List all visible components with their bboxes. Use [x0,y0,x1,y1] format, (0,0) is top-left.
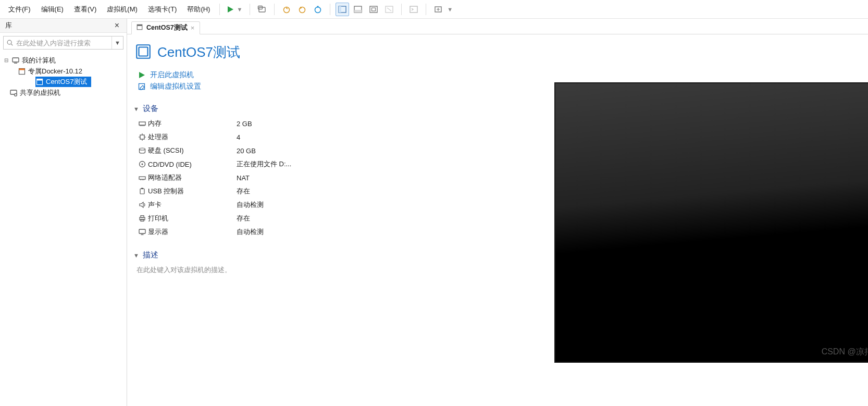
device-label: 显示器 [148,227,237,237]
tree-node-centos-selected[interactable]: CentOS7测试 [35,77,91,87]
layout-sidebar-icon[interactable] [336,3,349,16]
unity-icon[interactable] [382,3,396,16]
tab-centos[interactable]: CentOS7测试 × [131,21,200,34]
device-label: 硬盘 (SCSI) [148,146,237,155]
device-value: 自动检测 [237,227,264,237]
chevron-down-icon: ▼ [133,252,140,259]
close-icon[interactable]: × [113,21,121,30]
svg-marker-31 [139,72,145,78]
link-label: 编辑虚拟机设置 [150,82,201,91]
tab-bar: CentOS7测试 × [127,19,868,34]
menu-view[interactable]: 查看(V) [69,2,102,17]
device-network[interactable]: 网络适配器 NAT [137,171,420,184]
svg-rect-19 [13,58,19,62]
svg-rect-42 [141,216,144,218]
printer-icon [137,214,148,223]
section-header-description[interactable]: ▼ 描述 [133,250,420,260]
edit-settings-link[interactable]: 编辑虚拟机设置 [133,81,420,92]
collapse-icon[interactable]: ⊟ [3,57,9,63]
device-sound[interactable]: 声卡 自动检测 [137,198,420,212]
menu-separator [330,4,330,15]
display-icon [137,228,148,236]
svg-rect-33 [139,122,145,125]
device-label: CD/DVD (IDE) [148,161,237,168]
library-sidebar: 库 × ▼ ⊟ 我的计算机 专属Docker-10.12 [0,19,127,406]
disk-icon [137,146,148,155]
device-display[interactable]: 显示器 自动检测 [137,225,420,239]
menu-bar: 文件(F) 编辑(E) 查看(V) 虚拟机(M) 选项卡(T) 帮助(H) ▼ [0,0,868,19]
menu-vm[interactable]: 虚拟机(M) [102,2,143,17]
tab-close-icon[interactable]: × [191,24,195,31]
description-placeholder[interactable]: 在此处键入对该虚拟机的描述。 [133,263,420,275]
chevron-down-icon[interactable]: ▼ [235,6,243,13]
menu-tabs[interactable]: 选项卡(T) [143,2,182,17]
section-header-devices[interactable]: ▼ 设备 [133,104,420,114]
svg-rect-39 [140,189,144,194]
svg-rect-44 [139,229,145,233]
tree-node-docker[interactable]: 专属Docker-10.12 [0,66,127,77]
snapshot-take-icon[interactable] [280,3,293,16]
description-section: ▼ 描述 在此处键入对该虚拟机的描述。 [133,250,420,275]
svg-rect-28 [137,24,142,26]
library-header: 库 × [0,19,127,33]
device-memory[interactable]: 内存 2 GB [137,117,420,130]
menu-file[interactable]: 文件(F) [3,2,36,17]
device-label: USB 控制器 [148,187,237,196]
device-printer[interactable]: 打印机 存在 [137,212,420,225]
menu-separator [250,4,250,15]
cd-icon [137,160,148,168]
search-input[interactable] [16,39,111,47]
svg-rect-10 [354,10,362,13]
device-value: 存在 [237,214,250,223]
devices-section: ▼ 设备 内存 2 GB 处理器 4 [133,104,420,239]
svg-point-5 [315,7,321,13]
link-label: 开启此虚拟机 [150,70,194,80]
library-search[interactable]: ▼ [3,36,123,50]
device-usb[interactable]: USB 控制器 存在 [137,184,420,198]
svg-point-35 [140,148,145,150]
power-on-link[interactable]: 开启此虚拟机 [133,69,420,81]
device-label: 处理器 [148,132,237,142]
device-disk[interactable]: 硬盘 (SCSI) 20 GB [137,144,420,157]
device-value: 20 GB [237,147,256,155]
device-cd[interactable]: CD/DVD (IDE) 正在使用文件 D:... [137,157,420,171]
tab-label: CentOS7测试 [146,23,188,32]
stretch-icon[interactable] [431,3,445,16]
vm-screen[interactable]: CSDN @凉拌~玛卡巴卡 [554,82,868,363]
tree-node-shared[interactable]: 共享的虚拟机 [0,87,127,98]
svg-point-37 [142,164,143,165]
computer-icon [11,56,20,65]
fullscreen-icon[interactable] [367,3,380,16]
screenshot-icon[interactable] [255,3,269,16]
menu-separator [426,4,426,15]
tree-label: 我的计算机 [22,56,56,65]
power-on-button[interactable]: ▼ [226,5,243,14]
chevron-down-icon[interactable]: ▼ [446,6,454,13]
vm-details: CentOS7测试 开启此虚拟机 编辑虚拟机设置 ▼ 设备 [127,34,429,406]
svg-rect-20 [14,63,17,63]
device-value: 2 GB [237,120,252,128]
svg-line-18 [11,44,13,45]
device-label: 声卡 [148,200,237,210]
snapshot-manager-icon[interactable] [311,3,325,16]
svg-rect-22 [19,68,25,70]
vm-tab-icon [136,23,143,32]
menu-separator [401,4,402,15]
svg-rect-24 [37,79,43,81]
device-value: 4 [237,133,240,141]
vm-icon [18,67,26,76]
menu-help[interactable]: 帮助(H) [182,2,215,17]
vm-screen-background [555,83,868,362]
network-icon [137,174,148,182]
tree-label: 专属Docker-10.12 [28,67,82,76]
menu-edit[interactable]: 编辑(E) [36,2,69,17]
search-dropdown-icon[interactable]: ▼ [111,36,123,49]
svg-rect-38 [139,177,145,179]
layout-bottom-icon[interactable] [351,3,365,16]
console-icon[interactable] [407,3,420,16]
device-cpu[interactable]: 处理器 4 [137,130,420,144]
device-label: 打印机 [148,214,237,223]
svg-rect-30 [139,47,148,56]
tree-node-my-computer[interactable]: ⊟ 我的计算机 [0,55,127,66]
snapshot-revert-icon[interactable] [295,3,309,16]
